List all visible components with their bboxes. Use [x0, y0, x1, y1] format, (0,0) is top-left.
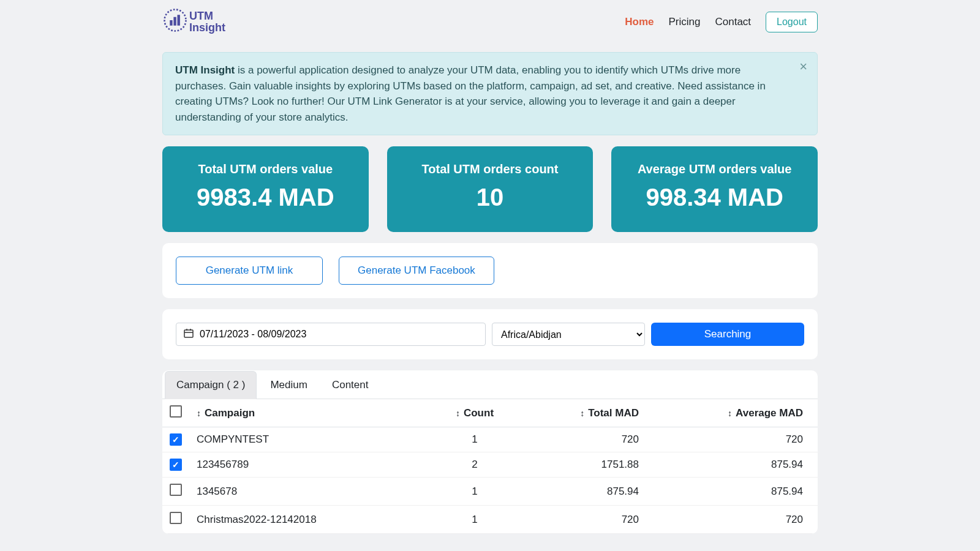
select-all-checkbox[interactable] — [170, 405, 182, 418]
date-range-input[interactable] — [200, 329, 478, 340]
table-row: 13456781875.94875.94 — [162, 478, 818, 506]
generate-utm-facebook-button[interactable]: Generate UTM Facebook — [339, 257, 494, 285]
close-icon: × — [799, 59, 807, 74]
filter-panel: Africa/Abidjan Searching — [162, 309, 818, 359]
logout-button[interactable]: Logout — [766, 12, 818, 32]
calendar-icon — [184, 328, 194, 340]
brand-line1: UTM — [189, 10, 225, 22]
svg-rect-1 — [170, 20, 172, 26]
nav-contact[interactable]: Contact — [715, 16, 751, 28]
header-total[interactable]: ↕Total MAD — [518, 399, 646, 427]
cell-campaign: Christmas2022-12142018 — [189, 506, 432, 534]
primary-nav: Home Pricing Contact Logout — [625, 12, 818, 32]
row-checkbox[interactable]: ✓ — [170, 459, 182, 471]
generate-utm-link-button[interactable]: Generate UTM link — [176, 257, 323, 285]
row-checkbox[interactable] — [170, 512, 182, 524]
info-banner: UTM Insight is a powerful application de… — [162, 52, 818, 135]
sort-icon: ↕ — [728, 409, 732, 418]
cell-count: 2 — [432, 452, 518, 478]
card-total-value: Total UTM orders value 9983.4 MAD — [162, 146, 369, 232]
brand-line2: Insight — [189, 22, 225, 34]
cell-count: 1 — [432, 427, 518, 452]
sort-icon: ↕ — [456, 409, 460, 418]
card-label: Total UTM orders value — [168, 162, 363, 176]
row-checkbox[interactable]: ✓ — [170, 433, 182, 446]
header-count[interactable]: ↕Count — [432, 399, 518, 427]
cell-campaign: COMPYNTEST — [189, 427, 432, 452]
cell-total: 720 — [518, 427, 646, 452]
cell-total: 720 — [518, 506, 646, 534]
header: UTM Insight Home Pricing Contact Logout — [162, 0, 818, 43]
card-label: Average UTM orders value — [617, 162, 812, 176]
svg-rect-4 — [184, 330, 193, 337]
banner-body: is a powerful application designed to an… — [175, 64, 766, 123]
cell-average: 720 — [646, 427, 818, 452]
card-label: Total UTM orders count — [393, 162, 587, 176]
table-row: ✓COMPYNTEST1720720 — [162, 427, 818, 452]
svg-rect-3 — [178, 15, 180, 26]
table-row: ✓12345678921751.88875.94 — [162, 452, 818, 478]
sort-icon: ↕ — [197, 409, 201, 418]
header-average-label: Average MAD — [736, 407, 803, 419]
card-average-value: Average UTM orders value 998.34 MAD — [611, 146, 818, 232]
header-total-label: Total MAD — [588, 407, 639, 419]
cell-average: 875.94 — [646, 478, 818, 506]
row-checkbox[interactable] — [170, 484, 182, 496]
card-value: 10 — [393, 184, 587, 211]
tab-campaign[interactable]: Campaign ( 2 ) — [165, 371, 257, 399]
generator-panel: Generate UTM link Generate UTM Facebook — [162, 243, 818, 298]
stats-cards: Total UTM orders value 9983.4 MAD Total … — [162, 146, 818, 232]
svg-rect-2 — [173, 17, 176, 26]
brand-logo[interactable]: UTM Insight — [162, 7, 225, 36]
nav-home[interactable]: Home — [625, 16, 654, 28]
cell-campaign: 123456789 — [189, 452, 432, 478]
card-value: 9983.4 MAD — [168, 184, 363, 211]
results-panel: Campaign ( 2 ) Medium Content ↕Campaign … — [162, 370, 818, 534]
header-average[interactable]: ↕Average MAD — [646, 399, 818, 427]
cell-average: 875.94 — [646, 452, 818, 478]
header-campaign[interactable]: ↕Campaign — [189, 399, 432, 427]
table-row: Christmas2022-121420181720720 — [162, 506, 818, 534]
cell-count: 1 — [432, 506, 518, 534]
logo-icon — [162, 7, 188, 36]
cell-campaign: 1345678 — [189, 478, 432, 506]
header-campaign-label: Campaign — [205, 407, 255, 419]
search-button[interactable]: Searching — [651, 323, 804, 346]
date-range-field[interactable] — [176, 323, 486, 346]
banner-bold: UTM Insight — [175, 64, 235, 76]
header-count-label: Count — [464, 407, 494, 419]
nav-pricing[interactable]: Pricing — [669, 16, 701, 28]
sort-icon: ↕ — [580, 409, 584, 418]
cell-average: 720 — [646, 506, 818, 534]
cell-count: 1 — [432, 478, 518, 506]
card-value: 998.34 MAD — [617, 184, 812, 211]
tabs: Campaign ( 2 ) Medium Content — [162, 370, 818, 399]
tab-content[interactable]: Content — [321, 372, 380, 399]
tab-medium[interactable]: Medium — [259, 372, 318, 399]
cell-total: 875.94 — [518, 478, 646, 506]
card-total-count: Total UTM orders count 10 — [387, 146, 594, 232]
timezone-select[interactable]: Africa/Abidjan — [492, 323, 645, 346]
results-table: ↕Campaign ↕Count ↕Total MAD ↕Average MAD… — [162, 399, 818, 534]
close-banner-button[interactable]: × — [799, 60, 807, 73]
cell-total: 1751.88 — [518, 452, 646, 478]
